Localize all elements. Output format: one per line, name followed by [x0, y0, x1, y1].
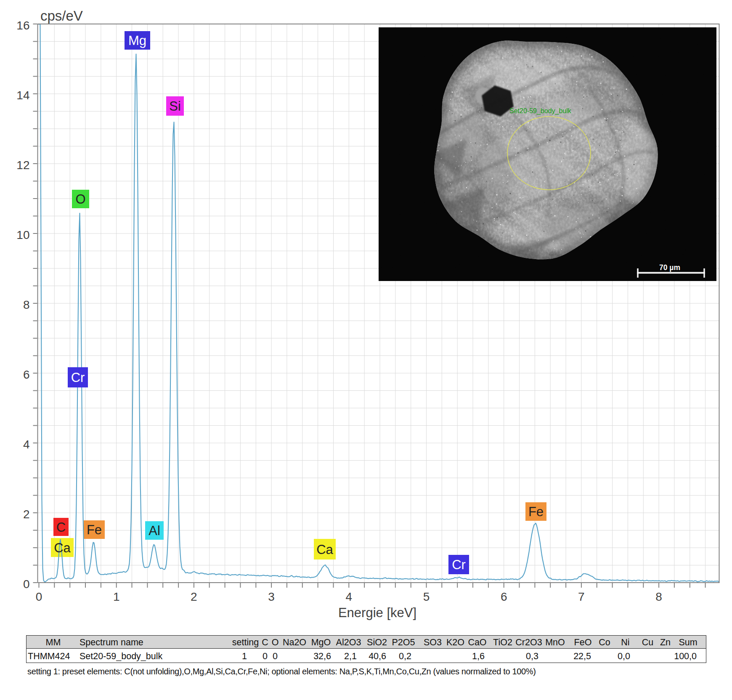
- svg-text:C: C: [56, 520, 66, 535]
- svg-text:Cr: Cr: [71, 370, 85, 385]
- svg-text:0: 0: [23, 578, 30, 591]
- svg-text:Ca: Ca: [316, 542, 333, 557]
- svg-text:0: 0: [36, 590, 42, 603]
- svg-text:7: 7: [578, 590, 585, 603]
- svg-text:Fe: Fe: [87, 522, 102, 537]
- svg-text:Set20-59_body_bulk: Set20-59_body_bulk: [509, 107, 572, 115]
- svg-text:Al: Al: [149, 523, 160, 538]
- svg-text:Mg: Mg: [128, 33, 146, 48]
- svg-text:8: 8: [23, 298, 30, 311]
- svg-text:16: 16: [16, 19, 29, 32]
- svg-text:14: 14: [16, 89, 29, 102]
- svg-text:6: 6: [23, 368, 30, 381]
- svg-text:6: 6: [501, 590, 507, 603]
- svg-text:2: 2: [23, 508, 30, 521]
- svg-text:5: 5: [423, 590, 430, 603]
- svg-text:Energie [keV]: Energie [keV]: [338, 605, 416, 620]
- svg-text:10: 10: [16, 228, 29, 241]
- svg-text:Cr: Cr: [452, 557, 466, 572]
- svg-text:70 µm: 70 µm: [659, 263, 680, 272]
- svg-text:2: 2: [191, 590, 197, 603]
- svg-text:1: 1: [113, 590, 120, 603]
- svg-text:8: 8: [655, 590, 662, 603]
- svg-text:cps/eV: cps/eV: [40, 8, 83, 24]
- svg-text:Fe: Fe: [528, 504, 544, 519]
- svg-text:Si: Si: [169, 99, 181, 114]
- svg-text:O: O: [75, 192, 85, 207]
- svg-text:12: 12: [16, 159, 29, 172]
- svg-text:Ca: Ca: [54, 541, 71, 555]
- svg-text:4: 4: [346, 590, 353, 603]
- svg-text:4: 4: [23, 438, 30, 451]
- svg-text:3: 3: [268, 590, 275, 603]
